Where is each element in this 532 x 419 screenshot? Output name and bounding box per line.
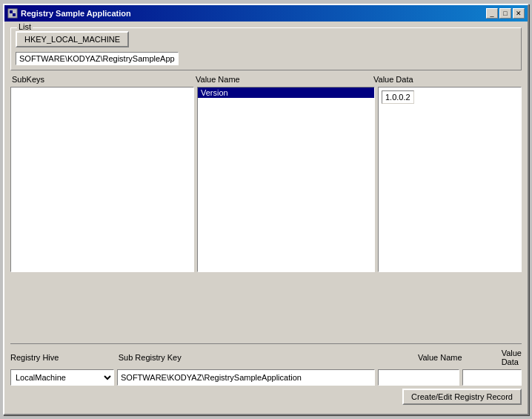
subkeys-list[interactable] [10, 87, 194, 272]
title-bar-buttons: _ □ ✕ [486, 8, 525, 19]
maximize-button[interactable]: □ [499, 8, 511, 19]
lists-container: Version 1.0.0.2 [10, 87, 522, 339]
subkey-input[interactable] [117, 369, 375, 386]
title-bar-left: Registry Sample Application [7, 8, 131, 19]
hkey-button[interactable]: HKEY_LOCAL_MACHINE [16, 31, 129, 47]
main-window: Registry Sample Application _ □ ✕ List H… [3, 4, 529, 415]
bottom-section: Registry Hive Sub Registry Key Value Nam… [10, 343, 522, 408]
col-subkeys-header: SubKeys [10, 75, 194, 84]
svg-rect-2 [13, 13, 16, 16]
title-bar: Registry Sample Application _ □ ✕ [4, 5, 528, 22]
bottom-actions: Create/Edit Registry Record [10, 389, 522, 408]
window-body: List HKEY_LOCAL_MACHINE SubKeys Value Na… [4, 22, 528, 414]
app-icon [7, 8, 18, 19]
svg-rect-1 [10, 10, 13, 13]
window-title: Registry Sample Application [21, 9, 131, 18]
value-name-bottom-label: Value Name [418, 353, 502, 362]
path-input[interactable] [16, 52, 179, 65]
valuename-input[interactable] [378, 369, 459, 386]
group-box-label: List [17, 22, 33, 31]
sub-registry-key-label: Sub Registry Key [119, 353, 418, 362]
main-content: SubKeys Value Name Value Data Version 1.… [10, 75, 522, 339]
valuedata-input[interactable] [462, 369, 522, 386]
valuedata-list: 1.0.0.2 [378, 87, 522, 272]
columns-header: SubKeys Value Name Value Data [10, 75, 522, 84]
list-item[interactable]: Version [198, 88, 374, 98]
create-edit-button[interactable]: Create/Edit Registry Record [402, 389, 522, 405]
registry-hive-label: Registry Hive [10, 353, 119, 362]
hive-select[interactable]: LocalMachine CurrentUser ClassesRoot [10, 369, 114, 386]
list-group: List HKEY_LOCAL_MACHINE [10, 27, 522, 70]
value-data-item: 1.0.0.2 [382, 90, 414, 104]
value-data-bottom-label: Value Data [502, 349, 522, 366]
col-valuename-header: Value Name [194, 75, 372, 84]
col-valuedata-header: Value Data [372, 75, 522, 84]
close-button[interactable]: ✕ [513, 8, 525, 19]
valuename-list[interactable]: Version [197, 87, 375, 272]
bottom-inputs: LocalMachine CurrentUser ClassesRoot [10, 369, 522, 386]
minimize-button[interactable]: _ [486, 8, 498, 19]
bottom-labels: Registry Hive Sub Registry Key Value Nam… [10, 349, 522, 366]
